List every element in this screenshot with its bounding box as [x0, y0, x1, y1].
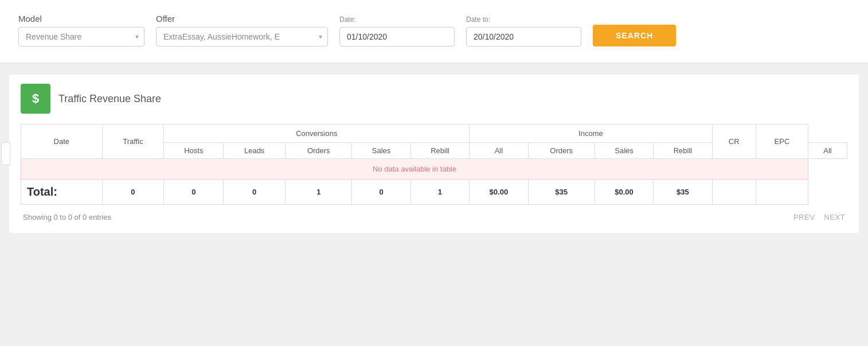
header-row-1: Date Traffic Conversions Income CR EPC [21, 125, 847, 143]
model-group: Model Revenue Share ▾ [18, 14, 144, 46]
total-inc-orders: $0.00 [470, 180, 528, 205]
date-from-label: Date: [339, 15, 455, 24]
filter-form: Model Revenue Share ▾ Offer ExtraEssay, … [18, 14, 850, 46]
total-label: Total: [21, 180, 103, 205]
col-inc-all: All [808, 143, 847, 159]
col-rebill: Rebill [410, 143, 469, 159]
total-rebill: 0 [352, 180, 410, 205]
col-all: All [470, 143, 528, 159]
col-inc-orders: Orders [528, 143, 595, 159]
total-leads: 0 [164, 180, 224, 205]
dollar-icon: $ [32, 91, 39, 106]
date-from-input[interactable] [339, 27, 455, 46]
offer-group: Offer ExtraEssay, AussieHomework, E ▾ [156, 14, 328, 46]
col-date: Date [21, 125, 103, 159]
col-leads: Leads [224, 143, 286, 159]
pagination-buttons: PREV NEXT [793, 213, 845, 221]
pagination-row: Showing 0 to 0 of 0 entries PREV NEXT [21, 213, 847, 221]
total-row: Total: 0 0 0 1 0 1 $0.00 $35 $0.00 $35 [21, 180, 847, 205]
offer-select[interactable]: ExtraEssay, AussieHomework, E [156, 27, 328, 46]
total-cr [712, 180, 756, 205]
total-sales: 1 [286, 180, 352, 205]
total-hosts: 0 [102, 180, 164, 205]
total-all: 1 [410, 180, 469, 205]
col-epc: EPC [756, 125, 808, 159]
main-content: $ Traffic Revenue Share Date Traffic Con… [0, 63, 868, 242]
table-container: Date Traffic Conversions Income CR EPC H… [21, 124, 847, 205]
col-sales: Sales [352, 143, 410, 159]
col-hosts: Hosts [164, 143, 224, 159]
no-data-row: No data available in table [21, 159, 847, 180]
total-epc [756, 180, 808, 205]
card-header: $ Traffic Revenue Share [21, 84, 847, 114]
date-to-group: Date to: [466, 15, 581, 46]
card-icon: $ [21, 84, 50, 114]
offer-label: Offer [156, 14, 328, 24]
no-data-message: No data available in table [21, 159, 808, 180]
col-income: Income [470, 125, 713, 143]
traffic-card: $ Traffic Revenue Share Date Traffic Con… [9, 75, 859, 233]
search-button[interactable]: SEARCH [593, 25, 676, 46]
top-panel: Model Revenue Share ▾ Offer ExtraEssay, … [0, 0, 868, 63]
total-inc-rebill: $0.00 [595, 180, 653, 205]
offer-select-wrapper[interactable]: ExtraEssay, AussieHomework, E ▾ [156, 27, 328, 46]
next-button[interactable]: NEXT [824, 213, 845, 221]
date-to-input[interactable] [466, 27, 581, 46]
pagination-info: Showing 0 to 0 of 0 entries [23, 213, 111, 221]
total-orders: 0 [224, 180, 286, 205]
side-tab [1, 142, 10, 165]
total-inc-all: $35 [654, 180, 712, 205]
col-inc-rebill: Rebill [654, 143, 712, 159]
date-from-group: Date: [339, 15, 455, 46]
col-cr: CR [712, 125, 756, 159]
col-conversions: Conversions [164, 125, 470, 143]
model-select-wrapper[interactable]: Revenue Share ▾ [18, 27, 144, 46]
model-label: Model [18, 14, 144, 24]
card-title: Traffic Revenue Share [58, 93, 161, 105]
prev-button[interactable]: PREV [793, 213, 815, 221]
total-inc-sales: $35 [528, 180, 595, 205]
col-inc-sales: Sales [595, 143, 653, 159]
model-select[interactable]: Revenue Share [18, 27, 144, 46]
data-table: Date Traffic Conversions Income CR EPC H… [21, 124, 847, 205]
col-traffic: Traffic [102, 125, 164, 159]
col-orders: Orders [286, 143, 352, 159]
date-to-label: Date to: [466, 15, 581, 24]
